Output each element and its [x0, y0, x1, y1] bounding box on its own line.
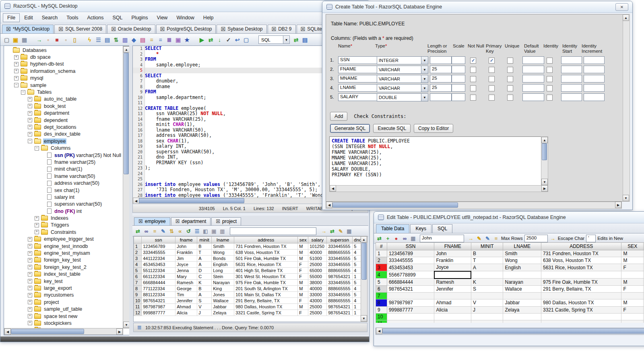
tree-item-book-test[interactable]: +book_test: [4, 103, 123, 109]
export-results-icon[interactable]: ▥: [219, 228, 226, 235]
menu-help[interactable]: Help: [199, 13, 218, 22]
column-name-input-3[interactable]: MNAME: [338, 75, 379, 83]
go-icon[interactable]: →: [320, 228, 327, 235]
not-null-checkbox-4[interactable]: [470, 85, 476, 91]
menu-search[interactable]: Search: [37, 13, 62, 22]
connection-tab-sybase-desktop[interactable]: ☒Sybase Desktop: [217, 25, 266, 33]
tree-item-triggers[interactable]: +Triggers: [4, 222, 123, 229]
scroll-left-icon[interactable]: ◀: [326, 202, 332, 208]
describe-results-icon[interactable]: ☰: [194, 228, 200, 235]
execute-refresh-icon[interactable]: ⇄: [207, 36, 215, 43]
column-header-fname[interactable]: FNAME: [434, 243, 471, 250]
tree-item-tables[interactable]: −Tables: [4, 89, 123, 95]
tree-horizontal-scrollbar[interactable]: ◀ ▶: [4, 328, 123, 335]
tree-item-des-index-table[interactable]: +des_index_table: [4, 131, 123, 138]
sql-vertical-scrollbar[interactable]: ▲ ▼: [541, 136, 548, 186]
table-row[interactable]: 5551122334JennaDLong401 High St, Bellair…: [134, 268, 363, 274]
favorites-icon[interactable]: ★: [183, 36, 191, 43]
tree-item-minit-char-1-[interactable]: minit char(1): [4, 166, 123, 173]
length-input-5[interactable]: [430, 93, 452, 101]
scroll-up-icon[interactable]: ▲: [361, 236, 367, 243]
tree-item-dependent[interactable]: +dependent: [4, 117, 123, 124]
query-builder-icon[interactable]: ▤: [103, 36, 111, 43]
tree-item-employee[interactable]: −employee: [4, 138, 123, 144]
primary-key-icon[interactable]: ∝: [177, 228, 184, 235]
save-grid-icon[interactable]: ▦: [346, 228, 353, 235]
expand-icon[interactable]: +: [28, 314, 32, 318]
column-header-ssn[interactable]: ssn: [142, 237, 175, 244]
scale-input-1[interactable]: [452, 56, 465, 64]
scale-input-4[interactable]: [452, 84, 465, 92]
identity-start-input-2[interactable]: [561, 66, 582, 73]
primary-key-checkbox-4[interactable]: [489, 85, 495, 91]
column-type-select-1[interactable]: INTEGER▼: [377, 56, 428, 64]
column-type-select-5[interactable]: DOUBLE▼: [377, 93, 428, 101]
connection-tab--mysql-desktop[interactable]: ☒*MySQL Desktop: [2, 25, 54, 33]
connection-tab-db2-9[interactable]: ☒DB2 9: [268, 25, 296, 33]
editor-icon[interactable]: ▤: [301, 36, 309, 43]
selected-cell[interactable]: [434, 271, 471, 279]
menu-view[interactable]: View: [153, 13, 172, 22]
menu-actions[interactable]: Actions: [83, 13, 108, 22]
length-input-3[interactable]: 25: [430, 75, 452, 83]
table-row[interactable]: 12999887777AliciaJZelaya3321 Castle, Spr…: [134, 310, 363, 316]
database-browser-icon[interactable]: ▤: [139, 36, 147, 43]
table-row[interactable]: 8987987987AhmadVJabbar980 Dallas, Housto…: [376, 299, 644, 306]
tree-item-ssn-pk-varchar-25-not-null[interactable]: ssn (PK) varchar(25) Not Null: [4, 152, 123, 159]
go-icon[interactable]: →: [467, 235, 474, 242]
menu-file[interactable]: File: [3, 13, 20, 22]
scale-input-5[interactable]: [452, 93, 465, 101]
identity-increment-input-3[interactable]: [584, 75, 605, 83]
main-titlebar[interactable]: RazorSQL - MySQL Desktop: [0, 0, 369, 12]
close-tab-icon[interactable]: ☒: [111, 27, 116, 31]
refresh-icon[interactable]: ⇄: [376, 235, 383, 242]
expand-icon[interactable]: +: [14, 69, 19, 73]
describe-table-icon[interactable]: ☰: [95, 36, 102, 43]
expand-icon[interactable]: +: [28, 307, 32, 312]
connections-icon[interactable]: ⇄: [292, 36, 300, 43]
close-tab-icon[interactable]: ☒: [221, 27, 225, 31]
scroll-down-icon[interactable]: ▼: [541, 179, 548, 185]
table-editor-icon[interactable]: ▣: [174, 36, 182, 43]
tree-item-mysql[interactable]: +mysql: [4, 75, 123, 82]
collapse-icon[interactable]: −: [35, 146, 39, 151]
table-row[interactable]: 6661122334MaryCStein301 West St. Houston…: [134, 274, 363, 280]
menu-window[interactable]: Window: [172, 13, 198, 22]
commit-icon[interactable]: ✓: [225, 36, 232, 43]
window-hscrollbar-thumb[interactable]: [332, 202, 458, 208]
identity-increment-input-1[interactable]: [584, 56, 605, 64]
save-icon[interactable]: ▦: [21, 36, 28, 43]
scroll-left-icon[interactable]: ◀: [133, 198, 139, 204]
tree-item-large-export[interactable]: +large_export: [4, 285, 123, 291]
table-row[interactable]: 2333445555FranklinTWong638 Voss, Houston…: [376, 257, 644, 264]
tree-item-employee-trigger-test[interactable]: +employee_trigger_test: [4, 236, 123, 243]
unique-checkbox-1[interactable]: [507, 58, 513, 64]
escape-char-input[interactable]: ': [586, 235, 596, 242]
scroll-down-icon[interactable]: ▼: [361, 315, 367, 322]
connect-icon[interactable]: →: [35, 36, 43, 43]
tree-item-dept-locations[interactable]: +dept_locations: [4, 124, 123, 130]
scroll-up-icon[interactable]: ▲: [623, 14, 629, 21]
refresh-grid-icon[interactable]: ⇄: [329, 228, 336, 235]
menu-tools[interactable]: Tools: [62, 13, 83, 22]
column-header-minit[interactable]: MINIT: [471, 243, 503, 250]
tree-item-sample-utf-table[interactable]: +sample_utf_table: [4, 305, 123, 312]
tree-item-stockpickers[interactable]: +stockpickers: [4, 320, 123, 326]
close-tab-icon[interactable]: ☒: [301, 27, 305, 31]
export-data-icon[interactable]: ▥: [121, 36, 129, 43]
scroll-right-icon[interactable]: ▶: [541, 185, 548, 192]
edit-hscrollbar-thumb[interactable]: [382, 328, 644, 334]
table-row[interactable]: 10: [376, 313, 644, 320]
connection-tab-sqlite[interactable]: ☒SQLite: [297, 25, 326, 33]
fetch-icon[interactable]: ↓: [216, 36, 223, 43]
identity-checkbox-2[interactable]: [547, 67, 553, 73]
tree-item-indexes[interactable]: +Indexes: [4, 215, 123, 221]
generate-sql-button[interactable]: Generate SQL: [330, 124, 370, 133]
tree-item-superssn-varchar-50-[interactable]: superssn varchar(50): [4, 201, 123, 208]
expand-icon[interactable]: +: [28, 286, 32, 290]
table-row[interactable]: 3441122334JimABonds501 Fire Oak, Humble …: [134, 256, 363, 262]
table-row[interactable]: 9881122334TimAJones101 Main St, Dallas T…: [134, 292, 363, 298]
reload-icon[interactable]: ↺: [185, 228, 192, 235]
table-row[interactable]: 8771122334GeorgeBKing201 South St, Arlin…: [134, 286, 363, 292]
identity-start-input-1[interactable]: [561, 56, 582, 64]
